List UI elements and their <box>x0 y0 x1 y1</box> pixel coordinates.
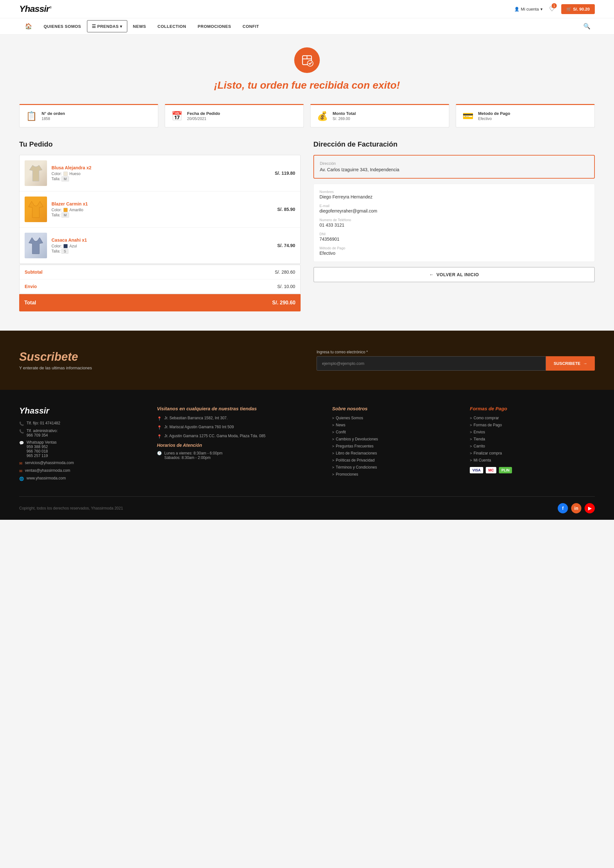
wishlist-btn[interactable]: ♡ 1 <box>549 5 555 13</box>
nav-item-quienes-somos[interactable]: QUIENES SOMOS <box>38 20 87 33</box>
instagram-button[interactable]: in <box>571 503 581 513</box>
item-2-size-value: M <box>61 213 69 218</box>
nav-item-promociones[interactable]: PROMOCIONES <box>192 20 237 33</box>
search-icon[interactable]: 🔍 <box>579 18 595 34</box>
footer-link-promociones[interactable]: Promociones <box>332 472 457 477</box>
payment-method-label: Metodo de Pago <box>478 111 510 116</box>
order-right: Dirección de Facturación Dirección Av. C… <box>313 140 595 311</box>
order-item-1: Blusa Alejandra x2 Color: Hueso Talla: M… <box>20 155 300 191</box>
footer-link-tienda[interactable]: Tienda <box>470 437 595 441</box>
newsletter-section: Suscribete Y enterate de las ultimas inf… <box>0 331 614 390</box>
newsletter-form: SUSCRIBETE → <box>316 356 595 371</box>
logo-trademark: ® <box>49 6 51 9</box>
item-3-color-label: Color: <box>51 244 62 248</box>
footer-address-2: 📍 Jr. Mariscal Agustin Gamarra 760 Int 5… <box>157 425 319 430</box>
footer-website: 🌐 www.yhassirmoda.com <box>19 476 144 481</box>
product-image-3 <box>25 233 47 258</box>
item-3-price: S/. 74.90 <box>277 243 295 248</box>
info-card-total-details: Monto Total S/. 269.00 <box>333 111 356 121</box>
footer-link-terminos[interactable]: Términos y Condiciones <box>332 465 457 470</box>
facebook-button[interactable]: f <box>558 503 568 513</box>
footer-address-1: 📍 Jr. Sebastian Barranca 1582, Int 307. <box>157 416 319 421</box>
footer-link-preguntas[interactable]: Preguntas Frecuentes <box>332 444 457 448</box>
youtube-button[interactable]: ▶ <box>585 503 595 513</box>
info-card-date-details: Fecha de Pedido 20/05/2021 <box>187 111 220 121</box>
footer-link-carrito[interactable]: Carrito <box>470 444 595 448</box>
billing-name-label: Nombres <box>319 190 589 194</box>
back-arrow-icon: ← <box>429 272 434 277</box>
nav-item-news[interactable]: NEWS <box>127 20 152 33</box>
info-cards: 📋 N° de orden 1858 📅 Fecha de Pedido 20/… <box>19 104 595 128</box>
header-right: 👤 Mi cuenta ▾ ♡ 1 🛒 S/. 90.20 <box>514 4 595 14</box>
footer-link-finalizar[interactable]: Finalizar compra <box>470 451 595 456</box>
calendar-icon: 📅 <box>171 111 183 121</box>
item-3-name: Casaca Anahi x1 <box>51 238 273 243</box>
footer-formas-title: Formas de Pago <box>470 406 595 411</box>
mastercard-icon: MC <box>486 467 496 473</box>
newsletter-subscribe-button[interactable]: SUSCRIBETE → <box>546 356 595 371</box>
footer-link-confit-text: Confit <box>332 430 457 434</box>
billing-name-value: Diego Ferreyra Hernandez <box>319 194 589 199</box>
info-card-order-details: N° de orden 1858 <box>42 111 65 121</box>
billing-address-box: Dirección Av. Carlos Izaguirre 343, Inde… <box>313 155 595 179</box>
footer-link-envios[interactable]: Envios <box>470 430 595 434</box>
item-1-size-value: M <box>61 176 69 182</box>
chevron-down-icon: ▾ <box>540 7 543 11</box>
newsletter-btn-label: SUSCRIBETE <box>554 361 580 366</box>
nav-item-confit[interactable]: CONFIT <box>237 20 265 33</box>
item-2-color-swatch <box>63 208 68 212</box>
account-link[interactable]: 👤 Mi cuenta ▾ <box>514 7 543 11</box>
billing-payment-value: Efectivo <box>319 250 589 256</box>
footer-whatsapp-text: Whatsapp Ventas959 388 952966 760 018965… <box>26 440 57 458</box>
footer-sobre-links: Quienes Somos News Confit Cambios y Devo… <box>332 416 457 477</box>
newsletter-email-input[interactable] <box>316 356 546 371</box>
footer-link-quienes-text: Quienes Somos <box>332 416 457 420</box>
item-3-color: Color: Azul <box>51 244 273 248</box>
total-amount-value: S/. 269.00 <box>333 117 356 121</box>
item-2-size: Talla: M <box>51 213 273 217</box>
footer-link-news[interactable]: News <box>332 423 457 427</box>
phone-icon: 📞 <box>19 422 24 426</box>
footer-link-quienes[interactable]: Quienes Somos <box>332 416 457 420</box>
info-card-total: 💰 Monto Total S/. 269.00 <box>310 104 449 128</box>
footer-link-como-comprar[interactable]: Como comprar <box>470 416 595 420</box>
footer-link-tienda-text: Tienda <box>470 437 595 441</box>
info-card-order-date: 📅 Fecha de Pedido 20/05/2021 <box>165 104 304 128</box>
cart-button[interactable]: 🛒 S/. 90.20 <box>561 4 595 14</box>
footer-link-libro-text: Libro de Reclamaciones <box>332 451 457 456</box>
item-1-color-label: Color: <box>51 171 62 176</box>
nav-home[interactable]: 🏠 <box>19 18 38 34</box>
nav-item-prendas[interactable]: ☰ PRENDAS ▾ <box>87 20 127 32</box>
footer-link-promociones-text: Promociones <box>332 472 457 477</box>
logo[interactable]: Yhassir® <box>19 4 51 14</box>
payment-icons: VISA MC PLIN <box>470 467 595 473</box>
location-icon-2: 📍 <box>157 425 162 430</box>
back-to-home-button[interactable]: ← VOLVER AL INICIO <box>313 267 595 282</box>
footer-email-2: ✉ ventas@yhassirmoda.com <box>19 468 144 473</box>
footer-link-formas-pago-text: Formas de Pago <box>470 423 595 427</box>
billing-payment-label: Método de Pago <box>319 246 589 250</box>
footer-grid: Yhassir 📞 Tlf. fijo: 01 4741482 📞 Tlf. a… <box>19 406 595 484</box>
item-2-color-label: Color: <box>51 208 62 212</box>
footer-link-libro[interactable]: Libro de Reclamaciones <box>332 451 457 456</box>
subtotal-row: Subtotal S/. 280.60 <box>20 265 300 279</box>
item-1-color: Color: Hueso <box>51 171 270 176</box>
footer-link-privacidad[interactable]: Políticas de Privacidad <box>332 458 457 462</box>
item-2-color-name: Amarillo <box>70 208 83 212</box>
footer-sobre-title: Sobre nosotros <box>332 406 457 411</box>
success-icon-circle <box>294 47 320 73</box>
footer-link-cambios[interactable]: Cambios y Devoluciones <box>332 437 457 441</box>
nav-item-collection[interactable]: COLLECTION <box>152 20 192 33</box>
footer-link-mi-cuenta[interactable]: Mi Cuenta <box>470 458 595 462</box>
footer-link-confit[interactable]: Confit <box>332 430 457 434</box>
item-1-size-label: Talla: <box>51 177 60 181</box>
footer-email-1-text: servicios@yhassirmoda.com <box>25 460 74 465</box>
footer-link-finalizar-text: Finalizar compra <box>470 451 595 456</box>
header: Yhassir® 👤 Mi cuenta ▾ ♡ 1 🛒 S/. 90.20 <box>0 0 614 18</box>
shipping-label: Envio <box>25 284 37 289</box>
item-3-size: Talla: S <box>51 249 273 254</box>
order-totals: Subtotal S/. 280.60 Envio S/. 10.00 <box>19 265 301 294</box>
footer-link-formas-pago[interactable]: Formas de Pago <box>470 423 595 427</box>
location-icon-1: 📍 <box>157 416 162 421</box>
subtotal-value: S/. 280.60 <box>275 269 295 275</box>
